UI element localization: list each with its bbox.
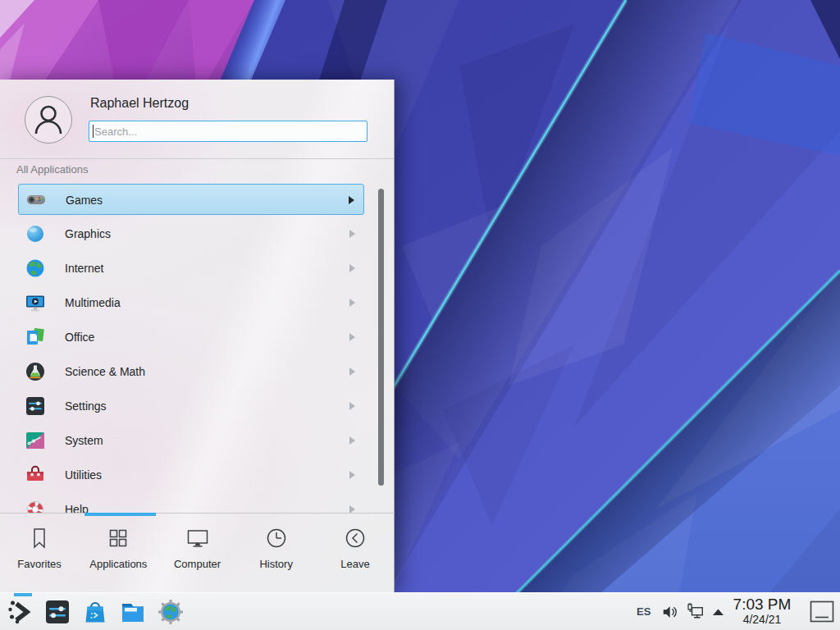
tab-favorites[interactable]: Favorites	[0, 516, 79, 592]
active-task-indicator	[14, 593, 32, 596]
web-globe-gear-icon[interactable]	[158, 599, 184, 625]
category-item-utilities[interactable]: Utilities	[18, 459, 364, 491]
submenu-arrow-icon	[349, 505, 355, 513]
globe-icon	[25, 258, 46, 279]
leave-icon	[343, 526, 368, 550]
kickoff-tabbar: Favorites Applications Computer	[0, 516, 395, 592]
tab-label: Computer	[174, 558, 221, 570]
file-manager-folder-icon[interactable]	[120, 599, 146, 625]
help-icon	[25, 499, 46, 513]
list-scrollbar[interactable]	[378, 189, 384, 486]
tab-leave[interactable]: Leave	[316, 516, 395, 592]
network-icon[interactable]	[686, 602, 705, 622]
category-item-office[interactable]: Office	[18, 322, 364, 353]
category-label: Multimedia	[65, 296, 121, 309]
discover-bag-icon[interactable]	[82, 599, 108, 625]
bookmark-icon	[27, 526, 52, 550]
submenu-arrow-icon	[349, 402, 355, 410]
category-item-help[interactable]: Help	[18, 494, 364, 513]
submenu-arrow-icon	[349, 471, 355, 479]
submenu-arrow-icon	[349, 436, 355, 445]
category-item-multimedia[interactable]: Multimedia	[18, 287, 364, 318]
category-label: Utilities	[65, 468, 102, 482]
tab-label: Leave	[340, 558, 369, 570]
taskbar-panel: ES 7:03 PM 4/24/21	[0, 592, 840, 630]
application-launcher-menu: Raphael Hertzog All Applications Games	[0, 80, 395, 592]
system-icon	[25, 430, 46, 451]
submenu-arrow-icon	[349, 368, 355, 376]
category-item-science-math[interactable]: Science & Math	[18, 356, 364, 387]
category-label: Games	[66, 194, 103, 207]
category-label: Science & Math	[65, 365, 145, 378]
grid-icon	[106, 526, 130, 550]
multimedia-icon	[25, 292, 46, 313]
submenu-arrow-icon	[349, 196, 354, 204]
sphere-icon	[25, 223, 46, 244]
expand-tray-caret-icon[interactable]	[712, 608, 724, 616]
category-item-settings[interactable]: Settings	[18, 390, 364, 422]
clock-time: 7:03 PM	[728, 596, 796, 613]
tabbar-divider	[0, 513, 395, 514]
category-item-internet[interactable]: Internet	[18, 253, 364, 284]
category-label: System	[65, 434, 103, 447]
category-label: Internet	[65, 262, 103, 275]
volume-icon[interactable]	[661, 603, 679, 621]
submenu-arrow-icon	[349, 230, 355, 238]
submenu-arrow-icon	[349, 333, 355, 341]
category-item-games[interactable]: Games	[18, 184, 364, 215]
gamepad-icon	[25, 189, 47, 210]
digital-clock[interactable]: 7:03 PM 4/24/21	[728, 596, 796, 627]
tab-label: History	[259, 558, 292, 570]
tab-label: Favorites	[17, 558, 61, 570]
submenu-arrow-icon	[349, 264, 355, 272]
monitor-icon	[185, 526, 210, 550]
tab-applications[interactable]: Applications	[79, 516, 158, 592]
settings-icon	[25, 395, 46, 417]
show-desktop-button[interactable]	[810, 600, 834, 623]
category-label: Help	[65, 503, 89, 513]
tab-computer[interactable]: Computer	[158, 516, 236, 592]
office-icon	[25, 326, 46, 348]
category-list: Games Graphics Internet	[0, 80, 395, 513]
tab-label: Applications	[89, 558, 147, 570]
utilities-icon	[25, 464, 46, 486]
system-settings-icon[interactable]	[44, 599, 71, 625]
clock-icon	[264, 526, 289, 550]
keyboard-layout-indicator[interactable]: ES	[637, 605, 651, 618]
category-item-graphics[interactable]: Graphics	[18, 218, 364, 249]
category-label: Graphics	[65, 227, 111, 240]
science-icon	[25, 361, 46, 382]
category-item-system[interactable]: System	[18, 425, 364, 456]
category-label: Settings	[65, 399, 107, 413]
app-launcher-icon[interactable]	[7, 599, 33, 625]
category-label: Office	[65, 331, 94, 344]
tab-history[interactable]: History	[237, 516, 316, 592]
clock-date: 4/24/21	[728, 613, 796, 627]
submenu-arrow-icon	[349, 299, 355, 307]
